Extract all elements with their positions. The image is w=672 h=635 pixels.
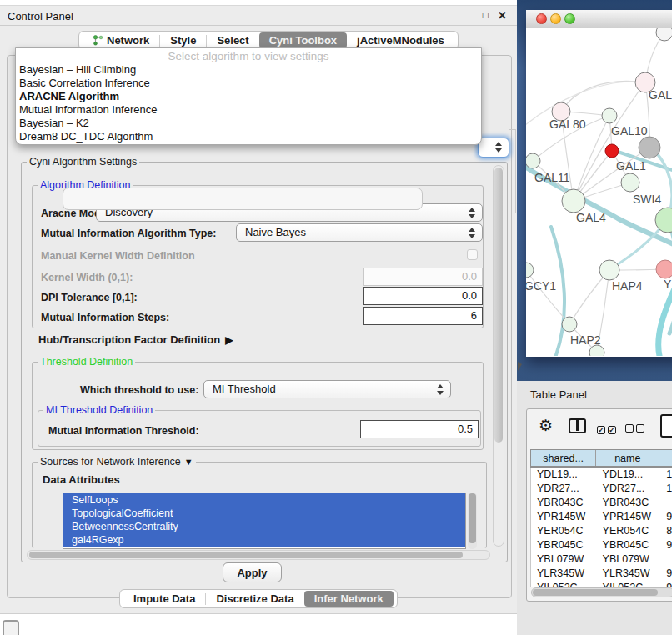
tab-jactivemnodules[interactable]: jActiveMNodules	[347, 32, 454, 48]
close-traffic-light-icon[interactable]	[536, 13, 547, 24]
node-table: shared...nameA YDL19...YDL19...13YDR27..…	[530, 449, 672, 588]
algorithm-option[interactable]: Bayesian – K2	[16, 117, 481, 130]
tab-style[interactable]: Style	[160, 32, 206, 48]
scrollbar-thumb[interactable]	[29, 552, 463, 558]
column-header[interactable]: shared...	[531, 450, 596, 466]
network-node[interactable]	[602, 108, 617, 123]
network-node[interactable]	[655, 208, 672, 232]
table-cell: YBR045C	[531, 538, 597, 552]
algorithm-option[interactable]: Basic Correlation Inference	[16, 77, 481, 90]
mi-steps-field[interactable]: 6	[363, 307, 483, 325]
mouse-cursor	[518, 362, 525, 371]
network-node[interactable]	[656, 260, 672, 278]
table-cell: YLR345W	[597, 567, 661, 581]
table-row[interactable]: YBR043CYBR043C	[531, 496, 672, 510]
network-node[interactable]	[562, 317, 577, 332]
network-desktop: GALGAL80GAL10GAL1GAL11SWI4GAL4GCY1HAP4YH…	[517, 0, 672, 381]
which-threshold-combo[interactable]: MI Threshold	[203, 380, 451, 398]
sources-toggle[interactable]: Sources for Network Inference▼	[38, 456, 196, 468]
algorithm-placeholder: Select algorithm to view settings	[16, 48, 481, 63]
column-header[interactable]: name	[596, 450, 659, 466]
mi-threshold-field[interactable]: 0.5	[360, 420, 479, 438]
unselect-all-icon[interactable]	[625, 421, 647, 436]
stepper-icon	[437, 383, 444, 396]
network-node[interactable]	[562, 189, 585, 212]
node-label: Y	[664, 278, 672, 291]
table-cell: YBR043C	[597, 496, 661, 510]
table-row[interactable]: YLR345WYLR345W9.	[531, 567, 672, 581]
kernel-width-field[interactable]: 0.0	[363, 268, 483, 286]
attribute-item[interactable]: BetweennessCentrality	[63, 520, 465, 533]
zoom-traffic-light-icon[interactable]	[564, 13, 575, 24]
network-node[interactable]	[526, 153, 540, 168]
close-icon[interactable]: ✕	[498, 9, 507, 22]
tab-discretize-data[interactable]: Discretize Data	[206, 591, 303, 607]
minimized-panel-icon[interactable]	[3, 620, 19, 635]
table-function-icon[interactable]	[660, 414, 672, 438]
table-row[interactable]: YDR27...YDR27...12	[531, 482, 672, 496]
network-name-field[interactable]	[63, 188, 423, 210]
attribute-item[interactable]: SelfLoops	[63, 493, 465, 507]
node-label: GCY1	[526, 279, 556, 292]
table-horizontal-scrollbar[interactable]	[531, 588, 672, 598]
tab-select[interactable]: Select	[207, 32, 258, 48]
attribute-item[interactable]: gal4RGexp	[63, 533, 465, 547]
network-node[interactable]	[526, 262, 534, 278]
scrollbar-thumb[interactable]	[494, 168, 503, 442]
algorithm-option[interactable]: Bayesian – Hill Climbing	[16, 63, 481, 77]
attributes-vertical-scrollbar[interactable]	[468, 492, 477, 549]
apply-button[interactable]: Apply	[223, 562, 282, 582]
network-node[interactable]	[621, 173, 639, 192]
float-window-icon[interactable]: □	[483, 9, 489, 21]
scrollbar-thumb[interactable]	[469, 493, 476, 543]
tab-infer-network[interactable]: Infer Network	[304, 591, 394, 607]
network-node[interactable]	[639, 137, 660, 158]
minimize-traffic-light-icon[interactable]	[550, 13, 561, 24]
columns-icon[interactable]	[569, 418, 586, 433]
manual-kernel-checkbox[interactable]	[467, 249, 478, 260]
table-cell: 9.	[660, 538, 672, 552]
attribute-item[interactable]: TopologicalCoefficient	[63, 507, 465, 520]
algorithm-option[interactable]: ARACNE Algorithm	[16, 90, 481, 103]
hub-definition-toggle[interactable]: Hub/Transcription Factor Definition▶	[38, 333, 233, 346]
algorithm-combo[interactable]	[478, 138, 509, 158]
tab-impute-data[interactable]: Impute Data	[123, 591, 205, 607]
algorithm-option[interactable]: Mutual Information Inference	[16, 103, 481, 117]
network-node[interactable]	[656, 28, 672, 41]
unchecked-box-icon	[636, 424, 644, 432]
sources-group: Sources for Network Inference▼ Data Attr…	[32, 462, 487, 548]
table-row[interactable]: YBR045CYBR045C9.	[531, 538, 672, 552]
column-header[interactable]: A	[659, 450, 672, 466]
scrollbar-thumb[interactable]	[533, 589, 658, 596]
stepper-icon	[469, 207, 476, 219]
table-row[interactable]: YIL052CYIL052C9.	[531, 581, 672, 588]
settings-horizontal-scrollbar[interactable]	[27, 550, 490, 560]
node-label: GAL10	[611, 124, 648, 138]
tab-cyni-toolbox[interactable]: Cyni Toolbox	[259, 32, 347, 48]
mi-threshold-group: MI Threshold Definition Mutual Informati…	[38, 410, 481, 447]
expanded-arrow-icon: ▼	[184, 457, 193, 467]
table-row[interactable]: YER054CYER054C8.	[531, 524, 672, 538]
table-row[interactable]: YBL079WYBL079W	[531, 552, 672, 567]
network-icon	[93, 35, 103, 46]
table-row[interactable]: YDL19...YDL19...13	[531, 468, 672, 482]
algorithm-option[interactable]: Dream8 DC_TDC Algorithm	[16, 130, 481, 143]
group-title: MI Threshold Definition	[43, 404, 155, 416]
data-attributes-list[interactable]: SelfLoopsTopologicalCoefficientBetweenne…	[63, 492, 466, 549]
select-all-icon[interactable]: ✓✓	[597, 421, 619, 436]
network-canvas[interactable]: GALGAL80GAL10GAL1GAL11SWI4GAL4GCY1HAP4YH…	[526, 28, 672, 356]
table-cell	[660, 496, 672, 510]
network-window[interactable]: GALGAL80GAL10GAL1GAL11SWI4GAL4GCY1HAP4YH…	[526, 10, 672, 357]
network-node[interactable]	[605, 144, 619, 158]
table-panel-title: Table Panel	[530, 388, 587, 401]
dpi-tolerance-field[interactable]: 0.0	[363, 287, 483, 305]
table-cell: YBL079W	[531, 552, 597, 567]
tab-network[interactable]: Network	[83, 32, 159, 48]
table-header-row[interactable]: shared...nameA	[530, 449, 672, 468]
gear-icon[interactable]: ⚙	[539, 417, 553, 435]
mi-algorithm-type-combo[interactable]: Naive Bayes	[236, 223, 483, 242]
network-window-titlebar[interactable]	[526, 10, 672, 28]
settings-vertical-scrollbar[interactable]	[493, 165, 504, 547]
table-row[interactable]: YPR145WYPR145W9.	[531, 510, 672, 524]
network-node[interactable]	[599, 260, 619, 280]
